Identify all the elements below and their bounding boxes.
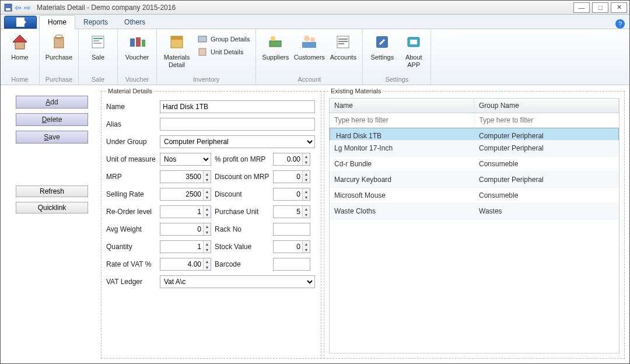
ribbon-settings-button[interactable]: Settings [365,30,399,61]
table-row[interactable]: Marcury KeyboardComputer Peripheral [330,172,619,188]
delete-button[interactable]: Delete [16,113,88,126]
refresh-button[interactable]: Refresh [16,186,88,197]
svg-rect-11 [136,37,141,47]
svg-rect-14 [171,36,183,40]
label-reorder-level: Re-Order level [106,208,160,216]
cell-group: Computer Peripheral [474,141,619,156]
svg-rect-23 [338,38,348,40]
ribbon-group-details-button[interactable]: Group Details [194,33,253,46]
cell-group: Consumeble [474,156,619,172]
tab-others[interactable]: Others [116,16,153,29]
grid-filter-name[interactable] [330,113,475,127]
ribbon-group-home-label: Home [3,75,37,85]
tab-home[interactable]: Home [39,15,75,29]
ribbon-customers-button[interactable]: Customers [292,30,326,61]
svg-rect-10 [130,38,135,47]
label-mrp: MRP [106,173,160,181]
ribbon-sale-button[interactable]: Sale [81,30,115,61]
minimize-button[interactable]: — [573,2,590,13]
svg-rect-8 [93,40,99,41]
svg-rect-25 [338,43,344,44]
ribbon-accounts-button[interactable]: Accounts [326,30,360,61]
svg-rect-12 [142,40,145,47]
grid-header-group[interactable]: Group Name [474,99,619,113]
label-unit-of-measure: Unit of measure [106,155,160,163]
content-area: Add Delete Save Refresh Quicklink Materi… [1,85,629,363]
grid-filter-row [330,113,619,128]
quicklink-button[interactable]: Quicklink [16,202,88,214]
ribbon-about-button[interactable]: About APP [399,30,428,68]
ribbon-materials-detail-button[interactable]: Materials Detail [159,30,194,68]
ribbon-unit-details-button[interactable]: Unit Details [194,46,253,58]
grid-header: Name Group Name [330,99,619,113]
table-row[interactable]: Lg Monitor 17-InchComputer Peripheral [330,141,619,156]
svg-rect-4 [54,37,64,48]
svg-marker-3 [13,35,27,42]
svg-point-18 [271,36,275,41]
ribbon-voucher-button[interactable]: Voucher [120,30,154,61]
grid-filter-group[interactable] [475,113,620,127]
existing-materials-legend: Existing Materials [329,88,383,94]
table-row[interactable]: Hard Disk 1TBComputer Peripheral [330,128,619,141]
tab-reports[interactable]: Reports [75,16,116,29]
save-button[interactable]: Save [16,131,88,144]
qat-back-icon[interactable]: ⇦ [15,3,22,12]
cell-name: Hard Disk 1TB [331,128,474,140]
help-icon[interactable]: ? [615,19,625,29]
cell-name: Waste Cloths [330,204,474,219]
cell-group: Wastes [474,204,619,219]
titlebar: ⇦ ⇨ Materials Detail - Demo company 2015… [1,1,629,15]
label-name: Name [106,103,160,111]
cell-group: Computer Peripheral [474,128,617,140]
svg-rect-15 [198,36,206,42]
app-menu-button[interactable] [4,16,37,29]
vat-ledger-select[interactable]: Vat A\c [160,275,315,288]
svg-rect-28 [410,40,417,44]
label-alias: Alias [106,120,160,128]
label-pct-profit-mrp: % profit on MRP [211,155,273,163]
maximize-button[interactable]: □ [592,2,608,13]
close-button[interactable]: ✕ [611,2,627,13]
ribbon-suppliers-button[interactable]: Suppliers [258,30,292,61]
grid-header-name[interactable]: Name [330,99,474,113]
unit-of-measure-select[interactable]: Nos [160,153,211,166]
label-discount-on-mrp: Discount on MRP [211,173,273,181]
label-barcode: Barcode [211,260,273,268]
label-under-group: Under Group [106,138,160,146]
svg-rect-16 [199,48,206,55]
name-input[interactable] [160,100,315,113]
svg-rect-21 [302,42,316,48]
ribbon-group-sale-label: Sale [81,75,115,85]
barcode-input[interactable] [273,258,310,271]
material-details-fieldset: Material Details Name Alias Under Group … [101,88,321,359]
alias-input[interactable] [160,118,315,131]
svg-rect-24 [338,41,348,42]
table-row[interactable]: Microsoft MouseConsumeble [330,188,619,204]
ribbon-purchase-button[interactable]: Purchase [42,30,76,61]
ribbon-group-settings-label: Settings [365,75,428,85]
ribbon-home-button[interactable]: Home [3,30,37,61]
grid-body: Hard Disk 1TBComputer PeripheralLg Monit… [330,128,619,219]
rack-no-input[interactable] [273,223,310,236]
qat-forward-icon[interactable]: ⇨ [24,3,31,12]
label-discount: Discount [211,190,273,198]
ribbon-group-inventory-label: Inventory [159,75,253,85]
table-row[interactable]: Cd-r BundleConsumeble [330,156,619,172]
table-row[interactable]: Waste ClothsWastes [330,204,619,219]
side-panel: Add Delete Save Refresh Quicklink [1,85,99,363]
add-button[interactable]: Add [16,96,88,108]
cell-group: Computer Peripheral [474,172,619,187]
label-selling-rate: Selling Rate [106,190,160,198]
label-vat-ledger: VAT Ledger [106,278,160,286]
svg-rect-9 [93,43,102,44]
cell-group: Consumeble [474,188,619,203]
cell-name: Lg Monitor 17-Inch [330,141,474,156]
qat-save-icon[interactable] [4,4,12,12]
existing-materials-fieldset: Existing Materials Name Group Name Hard … [324,88,625,359]
svg-point-20 [310,37,315,42]
label-rate-of-vat: Rate of VAT % [106,260,160,268]
svg-rect-17 [270,41,281,47]
ribbon-group-voucher-label: Voucher [120,75,154,85]
under-group-select[interactable]: Computer Peripheral [160,135,315,148]
ribbon-group-account-label: Account [258,75,360,85]
